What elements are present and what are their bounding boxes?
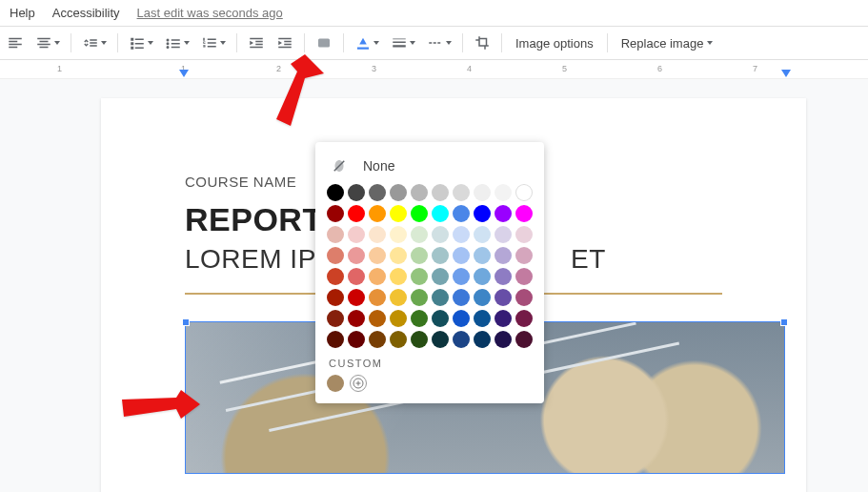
color-swatch[interactable] <box>432 289 449 306</box>
color-swatch[interactable] <box>348 205 365 222</box>
color-swatch[interactable] <box>432 247 449 264</box>
color-swatch[interactable] <box>515 310 533 327</box>
color-swatch[interactable] <box>495 247 512 264</box>
menu-help[interactable]: Help <box>10 6 35 20</box>
color-swatch[interactable] <box>474 310 491 327</box>
align-dropdown[interactable] <box>30 30 65 56</box>
color-swatch[interactable] <box>348 310 365 327</box>
color-swatch[interactable] <box>495 289 512 306</box>
color-swatch[interactable] <box>348 268 365 285</box>
color-swatch[interactable] <box>327 205 344 222</box>
resize-handle-icon[interactable] <box>182 318 190 326</box>
color-swatch[interactable] <box>327 268 344 285</box>
color-swatch[interactable] <box>515 226 533 243</box>
color-swatch[interactable] <box>369 331 386 348</box>
checklist-button[interactable] <box>124 30 158 56</box>
decrease-indent-button[interactable] <box>243 30 270 56</box>
color-swatch[interactable] <box>411 205 428 222</box>
color-swatch[interactable] <box>474 268 491 285</box>
menu-accessibility[interactable]: Accessibility <box>52 6 120 20</box>
color-swatch[interactable] <box>432 184 449 201</box>
clear-formatting-button[interactable] <box>311 30 337 56</box>
color-swatch[interactable] <box>432 226 449 243</box>
color-swatch[interactable] <box>348 247 365 264</box>
color-swatch[interactable] <box>515 205 533 222</box>
color-swatch[interactable] <box>453 205 470 222</box>
color-swatch[interactable] <box>327 289 344 306</box>
color-swatch[interactable] <box>453 226 470 243</box>
color-swatch[interactable] <box>327 331 344 348</box>
color-swatch[interactable] <box>474 205 491 222</box>
color-swatch[interactable] <box>369 310 386 327</box>
color-swatch[interactable] <box>327 184 344 201</box>
color-swatch[interactable] <box>432 205 449 222</box>
color-swatch[interactable] <box>327 310 344 327</box>
color-swatch[interactable] <box>495 184 512 201</box>
color-swatch[interactable] <box>369 205 386 222</box>
color-swatch[interactable] <box>390 310 407 327</box>
color-swatch[interactable] <box>432 268 449 285</box>
edit-status[interactable]: Last edit was seconds ago <box>137 6 283 20</box>
resize-handle-icon[interactable] <box>780 318 788 326</box>
increase-indent-button[interactable] <box>272 30 298 56</box>
color-swatch[interactable] <box>369 268 386 285</box>
color-swatch[interactable] <box>369 289 386 306</box>
color-swatch[interactable] <box>327 226 344 243</box>
color-swatch[interactable] <box>369 247 386 264</box>
color-swatch[interactable] <box>411 268 428 285</box>
color-swatch[interactable] <box>411 184 428 201</box>
border-dash-button[interactable] <box>422 30 456 56</box>
color-none-option[interactable]: None <box>327 152 533 184</box>
ruler-left-margin-icon[interactable] <box>179 70 189 77</box>
color-swatch[interactable] <box>369 184 386 201</box>
color-swatch[interactable] <box>411 226 428 243</box>
color-swatch[interactable] <box>327 247 344 264</box>
add-custom-color-button[interactable] <box>350 375 367 392</box>
color-swatch[interactable] <box>348 184 365 201</box>
image-options-button[interactable]: Image options <box>508 30 601 56</box>
color-swatch[interactable] <box>411 289 428 306</box>
color-swatch[interactable] <box>453 268 470 285</box>
color-swatch[interactable] <box>515 184 533 201</box>
border-weight-button[interactable] <box>386 30 420 56</box>
color-swatch[interactable] <box>390 247 407 264</box>
color-swatch[interactable] <box>515 289 533 306</box>
color-swatch[interactable] <box>453 310 470 327</box>
color-swatch[interactable] <box>474 226 491 243</box>
color-swatch[interactable] <box>390 226 407 243</box>
color-swatch[interactable] <box>348 226 365 243</box>
color-swatch[interactable] <box>390 184 407 201</box>
color-swatch[interactable] <box>453 184 470 201</box>
color-swatch[interactable] <box>453 331 470 348</box>
color-swatch[interactable] <box>515 247 533 264</box>
border-color-button[interactable] <box>350 30 384 56</box>
color-swatch[interactable] <box>390 331 407 348</box>
color-swatch[interactable] <box>390 205 407 222</box>
color-swatch[interactable] <box>495 310 512 327</box>
color-swatch[interactable] <box>474 184 491 201</box>
color-swatch[interactable] <box>390 289 407 306</box>
color-swatch[interactable] <box>515 268 533 285</box>
color-swatch[interactable] <box>348 289 365 306</box>
color-swatch[interactable] <box>474 247 491 264</box>
custom-color-swatch[interactable] <box>327 375 344 392</box>
color-swatch[interactable] <box>432 310 449 327</box>
color-swatch[interactable] <box>495 226 512 243</box>
bulleted-list-button[interactable] <box>160 30 194 56</box>
color-swatch[interactable] <box>411 331 428 348</box>
color-swatch[interactable] <box>453 247 470 264</box>
crop-button[interactable] <box>469 30 495 56</box>
color-swatch[interactable] <box>411 247 428 264</box>
color-swatch[interactable] <box>411 310 428 327</box>
ruler-right-margin-icon[interactable] <box>781 70 791 77</box>
color-swatch[interactable] <box>495 331 512 348</box>
numbered-list-button[interactable] <box>196 30 231 56</box>
color-swatch[interactable] <box>474 289 491 306</box>
line-spacing-button[interactable] <box>77 30 111 56</box>
color-swatch[interactable] <box>474 331 491 348</box>
color-swatch[interactable] <box>369 226 386 243</box>
color-swatch[interactable] <box>495 268 512 285</box>
replace-image-button[interactable]: Replace image <box>614 30 721 56</box>
color-swatch[interactable] <box>495 205 512 222</box>
color-swatch[interactable] <box>453 289 470 306</box>
